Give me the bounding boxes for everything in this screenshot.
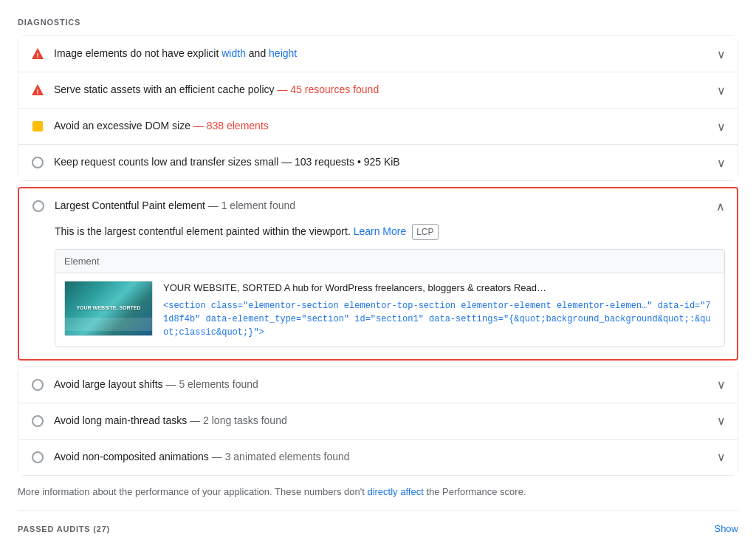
audit-header-lcp[interactable]: Largest Contentful Paint element — 1 ele…	[19, 188, 737, 224]
warning-icon-cache: !	[30, 83, 45, 98]
audit-text-animations: Avoid non-composited animations — 3 anim…	[54, 450, 708, 465]
warning-icon-image: !	[30, 47, 45, 61]
thumbnail-text: YOUR WEBSITE, SORTED	[73, 302, 143, 314]
audit-header-layout-shifts[interactable]: Avoid large layout shifts — 5 elements f…	[18, 367, 738, 403]
element-table-row: YOUR WEBSITE, SORTED YOUR WEBSITE, SORTE…	[55, 273, 724, 346]
audit-item-image-size: ! Image elements do not have explicit wi…	[18, 36, 738, 72]
chevron-animations: ∨	[717, 450, 726, 464]
link-height[interactable]: height	[269, 47, 297, 59]
audit-header-animations[interactable]: Avoid non-composited animations — 3 anim…	[18, 440, 738, 475]
audit-text-image-size: Image elements do not have explicit widt…	[54, 47, 708, 61]
audit-header-dom-size[interactable]: Avoid an excessive DOM size — 838 elemen…	[18, 109, 738, 144]
circle-icon-animations	[30, 450, 45, 465]
element-table-header: Element	[55, 250, 724, 273]
chevron-image-size: ∨	[717, 47, 726, 61]
audit-text-lcp: Largest Contentful Paint element — 1 ele…	[55, 199, 707, 214]
audit-text-cache: Serve static assets with an efficient ca…	[54, 83, 708, 98]
audit-item-requests: Keep request counts low and transfer siz…	[18, 145, 738, 180]
element-thumbnail: YOUR WEBSITE, SORTED	[64, 281, 153, 336]
element-description: YOUR WEBSITE, SORTED A hub for WordPress…	[163, 281, 715, 296]
bottom-audit-list: Avoid large layout shifts — 5 elements f…	[18, 366, 738, 476]
learn-more-link[interactable]: Learn More	[354, 225, 407, 237]
audit-item-layout-shifts: Avoid large layout shifts — 5 elements f…	[18, 367, 738, 403]
lcp-badge: LCP	[412, 224, 438, 240]
audit-text-layout-shifts: Avoid large layout shifts — 5 elements f…	[54, 378, 708, 392]
svg-text:!: !	[37, 88, 39, 95]
chevron-lcp: ∧	[716, 199, 725, 214]
show-passed-audits-link[interactable]: Show	[714, 523, 738, 534]
audit-header-image-size[interactable]: ! Image elements do not have explicit wi…	[18, 36, 738, 72]
audit-header-main-thread[interactable]: Avoid long main-thread tasks — 2 long ta…	[18, 403, 738, 439]
lcp-audit-wrapper: Largest Contentful Paint element — 1 ele…	[18, 187, 738, 361]
element-code: <section class="elementor-section elemen…	[163, 299, 715, 339]
lcp-description: This is the largest contentful element p…	[55, 224, 725, 240]
audit-item-cache: ! Serve static assets with an efficient …	[18, 72, 738, 109]
chevron-dom-size: ∨	[717, 120, 726, 134]
chevron-cache: ∨	[717, 83, 726, 98]
circle-icon-main-thread	[30, 414, 45, 428]
chevron-layout-shifts: ∨	[717, 378, 726, 392]
passed-audits-section: PASSED AUDITS (27) Show	[18, 510, 738, 540]
svg-text:!: !	[37, 52, 39, 59]
thumbnail-overlay	[65, 318, 152, 331]
footer-info: More information about the performance o…	[18, 476, 738, 505]
audit-item-main-thread: Avoid long main-thread tasks — 2 long ta…	[18, 403, 738, 440]
lcp-element-table: Element YOUR WEBSITE, SORTED YOUR WEBSIT…	[55, 249, 725, 347]
warning-icon-dom	[30, 119, 45, 134]
audit-item-dom-size: Avoid an excessive DOM size — 838 elemen…	[18, 109, 738, 145]
link-width[interactable]: width	[221, 47, 246, 59]
circle-icon-requests	[30, 155, 45, 170]
audit-item-animations: Avoid non-composited animations — 3 anim…	[18, 440, 738, 475]
audit-text-main-thread: Avoid long main-thread tasks — 2 long ta…	[54, 414, 708, 428]
diagnostics-list: ! Image elements do not have explicit wi…	[18, 35, 738, 181]
audit-item-lcp: Largest Contentful Paint element — 1 ele…	[18, 187, 738, 361]
lcp-expanded-content: This is the largest contentful element p…	[19, 224, 737, 359]
chevron-main-thread: ∨	[717, 414, 726, 428]
element-info: YOUR WEBSITE, SORTED A hub for WordPress…	[163, 281, 715, 339]
directly-affect-link[interactable]: directly affect	[367, 486, 423, 497]
circle-icon-lcp	[31, 199, 46, 214]
audit-header-requests[interactable]: Keep request counts low and transfer siz…	[18, 145, 738, 180]
audit-text-dom-size: Avoid an excessive DOM size — 838 elemen…	[54, 119, 708, 134]
audit-header-cache[interactable]: ! Serve static assets with an efficient …	[18, 72, 738, 108]
passed-audits-title: PASSED AUDITS (27)	[18, 525, 110, 533]
circle-icon-layout-shifts	[30, 378, 45, 392]
chevron-requests: ∨	[717, 156, 726, 170]
audit-text-requests: Keep request counts low and transfer siz…	[54, 155, 708, 170]
diagnostics-section-title: DIAGNOSTICS	[18, 12, 738, 30]
